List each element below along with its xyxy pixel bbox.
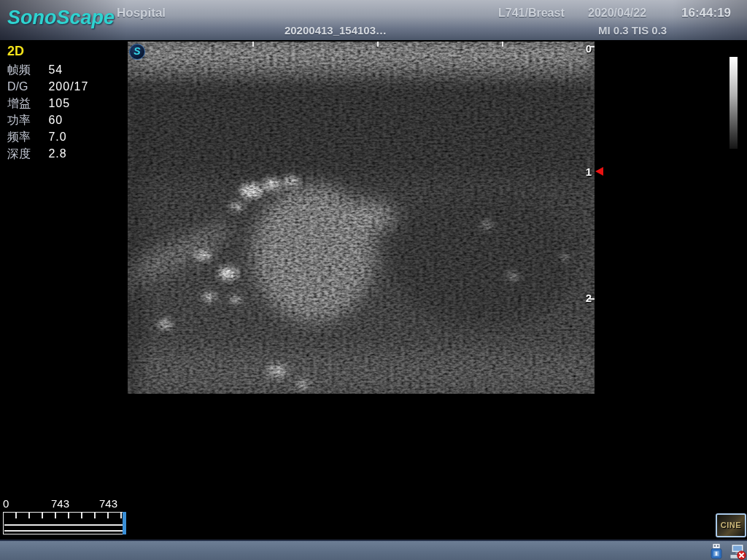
ruler-tick [377,42,379,47]
cine-scale-mid: 743 [51,497,69,510]
param-label: 增益 [7,95,45,112]
depth-ruler-0cm: 0 [581,42,592,55]
cine-position-cursor[interactable] [123,512,126,534]
cine-scale-ticks [4,513,125,518]
cine-scale-rail [4,524,124,532]
cine-button[interactable]: CINE [716,513,746,537]
cine-scale-track[interactable] [3,512,125,534]
patient-id: 20200413_154103… [263,24,409,36]
focus-marker-icon[interactable] [595,167,603,176]
param-row-frame-rate: 帧频 54 [7,61,124,78]
param-label: D/G [7,78,45,95]
param-row-frequency: 频率 7.0 [7,128,124,145]
taskbar [0,540,747,560]
ultrasound-system-screen: SonoScape Hospital 20200413_154103… L741… [0,0,747,560]
param-label: 功率 [7,112,45,128]
param-label: 帧频 [7,61,45,78]
ruler-tick [589,298,595,300]
ruler-tick [502,42,503,47]
sonoscape-logo: SonoScape [7,7,115,29]
exam-time: 16:44:19 [681,6,731,20]
param-row-dynamic-range: D/G 200/17 [7,78,124,95]
ruler-tick [252,42,254,47]
param-row-power: 功率 60 [7,112,124,128]
param-value: 200/17 [48,80,88,93]
param-label: 频率 [7,128,45,145]
param-value: 105 [48,97,70,109]
grayscale-bar [729,57,738,149]
cine-scale-end: 743 [99,497,117,510]
probe-orientation-marker: S [129,44,145,60]
exam-date: 2020/04/22 [588,7,646,20]
mi-tis-values: MI 0.3 TIS 0.3 [598,24,667,36]
param-row-gain: 增益 105 [7,95,124,112]
hospital-name: Hospital [117,6,166,20]
cine-scale-start: 0 [3,497,9,510]
param-row-depth: 深度 2.8 [7,145,124,162]
usb-device-icon[interactable] [708,542,725,560]
acquisition-parameter-panel: 2D 帧频 54 D/G 200/17 增益 105 功率 60 频率 7.0 … [7,44,124,162]
param-value: 60 [48,114,63,126]
param-value: 7.0 [48,131,66,143]
imaging-mode-label: 2D [7,44,124,59]
param-label: 深度 [7,145,45,162]
cine-frame-scale[interactable]: 0 743 743 [1,497,130,535]
ultrasound-speckle [128,42,595,394]
network-disconnected-icon[interactable] [729,542,746,560]
top-status-bar: SonoScape Hospital 20200413_154103… L741… [0,0,747,40]
depth-ruler-1cm: 1 [581,166,592,178]
ruler-tick [589,46,595,47]
probe-preset: L741/Breast [498,7,565,20]
ultrasound-b-mode-image[interactable]: S 0 1 2 [128,42,595,394]
param-value: 54 [48,63,63,76]
param-value: 2.8 [48,147,66,160]
